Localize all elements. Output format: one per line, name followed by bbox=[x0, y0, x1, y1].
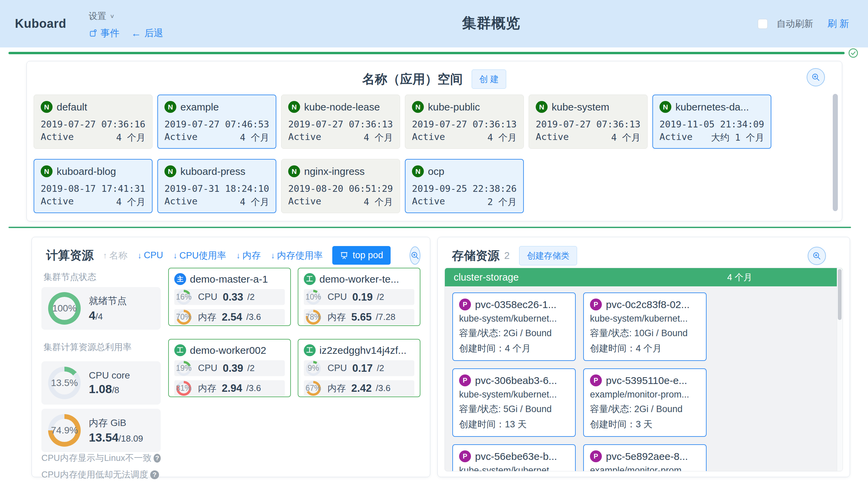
storage-scrollbar[interactable] bbox=[838, 269, 842, 320]
header-nav: 设置 ∨ 事件 ← 后退 bbox=[89, 8, 163, 40]
namespace-name: default bbox=[57, 101, 87, 113]
footnote-link[interactable]: CPU内存使用低却无法调度 ? bbox=[41, 469, 161, 481]
sort-arrow-icon: ↓ bbox=[173, 251, 177, 260]
namespace-created: 2019-09-25 22:38:26 bbox=[412, 183, 517, 194]
pvc-icon: P bbox=[590, 299, 602, 310]
create-storageclass-button[interactable]: 创建存储类 bbox=[519, 246, 577, 265]
sort-option[interactable]: ↓ 内存 bbox=[236, 249, 261, 262]
pvc-created: 创建时间：4 个月 bbox=[459, 342, 569, 354]
pvc-card[interactable]: P pvc-0358ec26-1... kube-system/kubernet… bbox=[452, 292, 576, 361]
namespace-age: 4 个月 bbox=[363, 196, 393, 208]
namespace-age: 2 个月 bbox=[487, 196, 517, 208]
namespace-created: 2019-07-27 07:36:13 bbox=[536, 119, 640, 129]
top-pod-icon bbox=[340, 251, 349, 260]
namespace-created: 2019-07-27 07:36:16 bbox=[41, 119, 145, 129]
pvc-name: pvc-5e892aee-8... bbox=[606, 451, 688, 462]
namespace-status: Active bbox=[412, 196, 445, 208]
sort-option[interactable]: ↓ CPU使用率 bbox=[173, 249, 226, 262]
footnote-link[interactable]: CPU内存显示与Linux不一致 ? bbox=[41, 452, 161, 464]
settings-menu[interactable]: 设置 ∨ bbox=[89, 10, 163, 22]
pvc-namespace: kube-system/kubernet... bbox=[459, 389, 569, 400]
namespace-status: Active bbox=[536, 131, 569, 144]
memory-donut: 70% bbox=[176, 310, 191, 325]
help-icon: ? bbox=[154, 454, 161, 463]
namespace-card[interactable]: N kubernetes-da... 2019-11-05 21:34:09 A… bbox=[652, 95, 771, 149]
namespaces-scrollbar[interactable] bbox=[833, 94, 838, 211]
namespace-age: 大约 1 个月 bbox=[711, 131, 764, 144]
namespace-status: Active bbox=[164, 131, 198, 144]
pvc-icon: P bbox=[590, 450, 602, 462]
divider-green-top bbox=[8, 52, 845, 54]
sort-option[interactable]: ↓ 内存使用率 bbox=[271, 249, 323, 262]
kuboard-logo: Kuboard bbox=[15, 17, 66, 31]
node-name: demo-worker-te... bbox=[319, 273, 399, 285]
storage-zoom-button[interactable] bbox=[808, 247, 826, 265]
namespace-card[interactable]: N nginx-ingress 2019-08-20 06:51:29 Acti… bbox=[281, 159, 400, 213]
node-memory-row: 78% 内存 5.65 /7.28 bbox=[304, 309, 414, 325]
namespaces-panel: 名称（应用）空间 创 建 N default 2019-07-27 07:36:… bbox=[26, 61, 842, 221]
storage-class-card: cluster-storage 4 个月 P pvc-0358ec26-1...… bbox=[445, 268, 843, 471]
namespace-card[interactable]: N kuboard-blog 2019-08-17 17:41:31 Activ… bbox=[34, 159, 153, 213]
namespace-age: 4 个月 bbox=[240, 196, 269, 208]
namespace-card[interactable]: N example 2019-07-27 07:46:53 Active 4 个… bbox=[157, 95, 276, 149]
cpu-donut: 16% bbox=[176, 290, 191, 305]
sort-option[interactable]: ↓ CPU bbox=[138, 250, 163, 261]
storage-class-header[interactable]: cluster-storage 4 个月 bbox=[445, 268, 843, 286]
node-status-label: 集群节点状态 bbox=[43, 271, 161, 283]
sort-arrow-icon: ↑ bbox=[103, 251, 107, 260]
node-card[interactable]: 工 iz2zedgghv14j4zf... 9% CPU 0.17 /2 67%… bbox=[298, 339, 420, 397]
compute-footnotes: CPU内存显示与Linux不一致 ? CPU内存使用低却无法调度 ? bbox=[41, 452, 161, 481]
back-link[interactable]: ← 后退 bbox=[131, 27, 163, 40]
namespaces-title: 名称（应用）空间 bbox=[362, 71, 463, 88]
top-pod-button[interactable]: top pod bbox=[332, 246, 391, 265]
node-card[interactable]: 工 demo-worker002 19% CPU 0.39 /2 81% 内存 … bbox=[168, 339, 291, 397]
namespace-card[interactable]: N kube-node-lease 2019-07-27 07:36:13 Ac… bbox=[281, 95, 400, 149]
ready-nodes-value: 4/4 bbox=[89, 309, 127, 322]
namespace-created: 2019-07-27 07:36:13 bbox=[412, 119, 517, 129]
pvc-created: 创建时间：4 个月 bbox=[590, 342, 700, 354]
namespace-name: kubernetes-da... bbox=[675, 101, 749, 113]
pvc-card[interactable]: P pvc-56ebe63e-b... kube-system/kubernet… bbox=[452, 444, 576, 471]
namespace-icon: N bbox=[412, 165, 424, 177]
namespace-created: 2019-07-27 07:46:53 bbox=[164, 119, 269, 129]
pvc-grid: P pvc-0358ec26-1... kube-system/kubernet… bbox=[445, 286, 843, 471]
storage-title: 存储资源 bbox=[452, 248, 499, 264]
pvc-name: pvc-0c2c83f8-02... bbox=[606, 299, 690, 310]
pvc-card[interactable]: P pvc-5e892aee-8... example/monitor-prom… bbox=[583, 444, 707, 471]
pvc-name: pvc-5395110e-e... bbox=[606, 375, 687, 386]
pvc-card[interactable]: P pvc-5395110e-e... example/monitor-prom… bbox=[583, 368, 707, 437]
namespace-name: kube-node-lease bbox=[304, 101, 380, 113]
namespace-name: kuboard-press bbox=[180, 166, 245, 177]
pvc-icon: P bbox=[459, 374, 471, 386]
namespace-created: 2019-08-20 06:51:29 bbox=[288, 183, 393, 194]
sort-option[interactable]: ↑ 名称 bbox=[103, 249, 127, 262]
pvc-capacity-status: 容量/状态: 10Gi / Bound bbox=[590, 327, 700, 339]
pvc-card[interactable]: P pvc-306beab3-6... kube-system/kubernet… bbox=[452, 368, 576, 437]
namespace-name: nginx-ingress bbox=[304, 166, 364, 177]
refresh-button[interactable]: 刷 新 bbox=[827, 17, 849, 30]
pvc-icon: P bbox=[459, 450, 471, 462]
namespace-card[interactable]: N kube-public 2019-07-27 07:36:13 Active… bbox=[405, 95, 524, 149]
namespace-card[interactable]: N kuboard-press 2019-07-31 18:24:10 Acti… bbox=[157, 159, 276, 213]
namespace-card[interactable]: N kube-system 2019-07-27 07:36:13 Active… bbox=[529, 95, 648, 149]
node-card[interactable]: 工 demo-worker-te... 10% CPU 0.19 /2 78% … bbox=[298, 268, 420, 326]
auto-refresh-checkbox[interactable] bbox=[758, 19, 768, 29]
compute-zoom-button[interactable] bbox=[410, 246, 420, 265]
pvc-name: pvc-56ebe63e-b... bbox=[475, 451, 557, 462]
events-link[interactable]: 事件 bbox=[89, 27, 120, 40]
sort-bar: ↑ 名称 ↓ CPU ↓ CPU使用率 ↓ 内存 ↓ 内存使用率 bbox=[103, 249, 323, 262]
pvc-card[interactable]: P pvc-0c2c83f8-02... kube-system/kuberne… bbox=[583, 292, 707, 361]
node-role-icon: 工 bbox=[304, 344, 316, 356]
help-icon: ? bbox=[150, 470, 159, 479]
namespaces-zoom-button[interactable] bbox=[807, 68, 825, 86]
namespace-card[interactable]: N ocp 2019-09-25 22:38:26 Active 2 个月 bbox=[405, 159, 524, 213]
sort-arrow-icon: ↓ bbox=[236, 251, 240, 260]
pvc-namespace: kube-system/kubernet... bbox=[590, 313, 700, 324]
create-namespace-button[interactable]: 创 建 bbox=[472, 69, 507, 89]
chevron-down-icon: ∨ bbox=[110, 13, 115, 19]
namespace-created: 2019-07-27 07:36:13 bbox=[288, 119, 393, 129]
namespace-card[interactable]: N default 2019-07-27 07:36:16 Active 4 个… bbox=[34, 95, 153, 149]
node-card[interactable]: 主 demo-master-a-1 16% CPU 0.33 /2 70% 内存… bbox=[168, 268, 291, 326]
namespace-icon: N bbox=[412, 101, 424, 113]
cpu-donut: 9% bbox=[306, 361, 321, 376]
